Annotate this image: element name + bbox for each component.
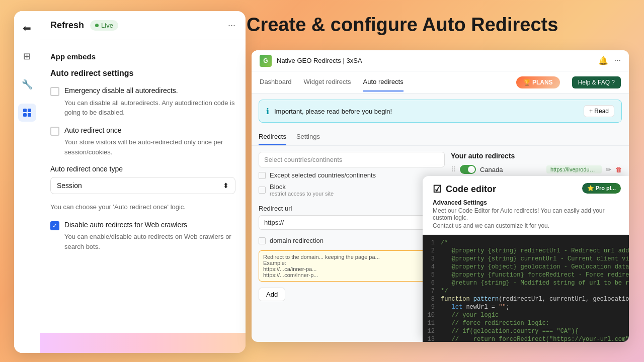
app-logo: G: [260, 55, 272, 67]
line-code-7: */: [441, 288, 448, 295]
alert-icon: ℹ: [266, 107, 269, 116]
emergency-disable-desc: You can disable all autoredirects. Any a…: [64, 98, 235, 118]
code-editor-desc1: Meet our Code Editor for Auto redirects!…: [433, 207, 619, 221]
line-num-11: 11: [423, 320, 441, 327]
line-code-1: /*: [441, 239, 448, 246]
code-block: 1 /* 2 @property {string} redirectUrl - …: [423, 235, 629, 342]
line-num-3: 3: [423, 255, 441, 262]
code-line-4: 4 @property {object} geolocation - Geolo…: [423, 263, 629, 271]
line-num-13: 13: [423, 336, 441, 342]
content-tabs: Redirects Settings: [252, 129, 629, 146]
redirect-row-canada: ⠿ Canada https://liveproduction... ✏ 🗑: [451, 165, 622, 174]
redirect-once-desc: Your store visitors will be auto-redirec…: [64, 137, 235, 157]
redirects-title: Your auto redirects: [451, 152, 622, 160]
line-num-8: 8: [423, 296, 441, 303]
domain-redirect-checkbox[interactable]: [259, 237, 266, 244]
nav-auto-redirects[interactable]: Auto redirects: [363, 73, 404, 92]
redirect-once-desc-text: You can choose your 'Auto redirect once'…: [50, 202, 235, 212]
code-line-8: 8 function pattern(redirectUrl, currentU…: [423, 295, 629, 303]
country-select[interactable]: Select countries/continents: [259, 152, 445, 167]
redirect-url-section: Redirect url https://: [259, 205, 445, 230]
nav-widget-redirects[interactable]: Widget redirects: [304, 73, 351, 92]
line-code-8: function pattern(redirectUrl, currentUrl…: [441, 296, 629, 303]
except-checkbox[interactable]: [259, 172, 266, 179]
redirect-url-input[interactable]: https://: [259, 215, 445, 230]
help-button[interactable]: Help & FAQ ?: [572, 76, 621, 88]
read-button[interactable]: + Read: [584, 105, 614, 117]
domain-redirect-label: domain redirection: [270, 237, 324, 244]
live-dot: [95, 24, 99, 27]
line-code-3: @property {string} currentUrl - Current …: [441, 255, 629, 262]
tab-redirects[interactable]: Redirects: [259, 129, 286, 145]
auto-redirect-settings-title: Auto redirect settings: [50, 69, 235, 78]
line-code-9: let newUrl = "";: [441, 304, 510, 311]
code-editor-overlay: ☑ Code editor Advanced Settings Meet our…: [423, 176, 629, 342]
emergency-disable-item: Emergency disable all autoredirects. You…: [50, 86, 235, 118]
app-name-label: Native GEO Redirects | 3xSA: [277, 57, 362, 64]
redirect-once-item: Auto redirect once Your store visitors w…: [50, 126, 235, 157]
toggle-canada[interactable]: [460, 165, 476, 174]
web-crawlers-desc: You can enable/disable auto redirects on…: [64, 232, 235, 251]
web-crawlers-label: Disable auto redirects for Web crawlers: [64, 220, 235, 230]
svg-rect-0: [23, 109, 27, 112]
tools-icon[interactable]: 🔧: [18, 75, 36, 94]
plans-button[interactable]: 🏆 PLANS: [516, 76, 560, 88]
page-title: Create & configure Auto Redirects: [247, 14, 558, 36]
admin-panel-content: App embeds Auto redirect settings Emerge…: [40, 40, 246, 353]
except-label: Except selected countries/continents: [270, 171, 376, 179]
redirect-url-label: Redirect url: [259, 205, 445, 212]
back-icon[interactable]: ⬅: [18, 19, 36, 37]
redirect-once-type-group: Auto redirect once type Session ⬍: [50, 165, 235, 194]
line-num-7: 7: [423, 288, 441, 295]
delete-icon-canada[interactable]: 🗑: [615, 166, 622, 173]
block-sub-label: restrict access to your site: [270, 191, 334, 197]
code-line-5: 5 @property {function} forceRedirect - F…: [423, 271, 629, 279]
web-crawlers-checkbox[interactable]: ✓: [50, 221, 59, 230]
refresh-label: Refresh: [50, 20, 84, 31]
code-line-7: 7 */: [423, 287, 629, 295]
line-code-6: @return {string} - Modified string of ur…: [441, 280, 629, 287]
line-num-12: 12: [423, 328, 441, 335]
redirect-once-type-select[interactable]: Session ⬍: [50, 177, 235, 194]
line-code-13: // return forceRedirect("https://your-ur…: [441, 336, 629, 342]
app-panel: G Native GEO Redirects | 3xSA 🔔 ··· Dash…: [252, 50, 629, 342]
code-line-11: 11 // force redirection logic:: [423, 319, 629, 327]
line-num-9: 9: [423, 304, 441, 311]
web-crawlers-item: ✓ Disable auto redirects for Web crawler…: [50, 220, 235, 252]
pro-badge[interactable]: ⭐ Pro pl...: [582, 183, 621, 194]
code-line-6: 6 @return {string} - Modified string of …: [423, 279, 629, 287]
emergency-disable-checkbox[interactable]: [50, 87, 59, 96]
apps-icon[interactable]: [18, 104, 36, 122]
block-checkbox[interactable]: [259, 187, 266, 194]
add-redirect-button[interactable]: Add: [259, 288, 285, 301]
line-num-5: 5: [423, 272, 441, 279]
line-code-2: @property {string} redirectUrl - Redirec…: [441, 247, 629, 254]
redirect-once-label: Auto redirect once: [64, 126, 235, 136]
grid-icon[interactable]: ⊞: [18, 47, 36, 65]
color-strip-decoration: [40, 333, 246, 353]
topbar-more-icon[interactable]: ···: [614, 56, 621, 65]
redirect-once-checkbox[interactable]: [50, 127, 59, 136]
more-options-button[interactable]: ···: [228, 20, 235, 31]
code-line-2: 2 @property {string} redirectUrl - Redir…: [423, 247, 629, 255]
app-nav: Dashboard Widget redirects Auto redirect…: [252, 71, 629, 94]
app-embeds-title: App embeds: [50, 52, 235, 61]
line-code-12: // if(gelocation.country === "CA"){: [441, 328, 579, 335]
code-line-12: 12 // if(gelocation.country === "CA"){: [423, 327, 629, 335]
emergency-disable-label: Emergency disable all autoredirects.: [64, 86, 235, 96]
svg-rect-2: [23, 113, 27, 117]
bell-icon[interactable]: 🔔: [598, 56, 608, 65]
country-name-canada: Canada: [480, 166, 542, 173]
line-code-4: @property {object} geolocation - Geoloca…: [441, 263, 629, 270]
domain-redirect-option: domain redirection: [259, 237, 445, 244]
info-box: Redirect to the domain... keeping the pa…: [259, 250, 445, 282]
admin-top-bar: Refresh Live ···: [40, 11, 246, 40]
tab-settings[interactable]: Settings: [296, 129, 320, 145]
url-chip-canada: https://liveproduction...: [546, 165, 602, 173]
nav-dashboard[interactable]: Dashboard: [260, 73, 292, 92]
edit-icon-canada[interactable]: ✏: [606, 166, 611, 173]
block-option: Block restrict access to your site: [259, 183, 445, 197]
line-code-11: // force redirection logic:: [441, 320, 549, 327]
drag-handle-canada[interactable]: ⠿: [451, 165, 456, 173]
live-badge: Live: [90, 20, 118, 31]
